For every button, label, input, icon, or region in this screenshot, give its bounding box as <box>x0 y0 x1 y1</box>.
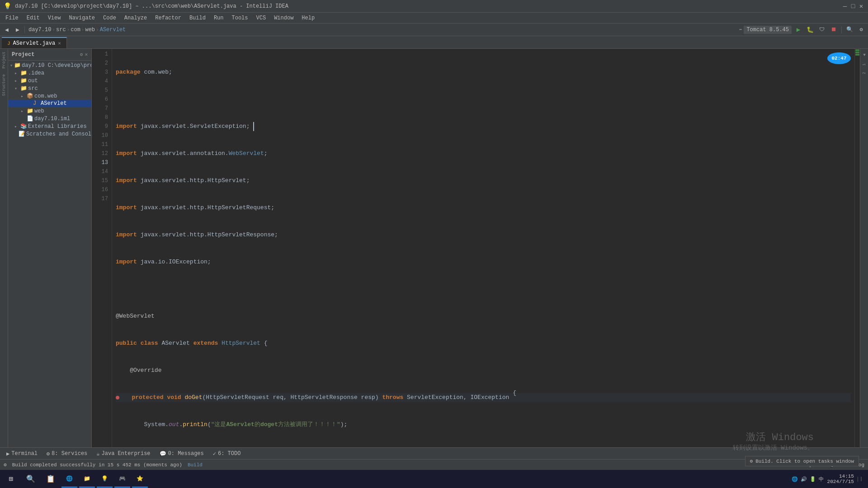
menu-refactor[interactable]: Refactor <box>151 14 185 22</box>
tree-item-aservlet[interactable]: J AServlet <box>8 100 91 107</box>
tree-item-day710[interactable]: ▾ 📁 day7.10 C:\develop\proje... <box>8 61 91 69</box>
code-line-1: package com.web; <box>116 68 851 77</box>
sidebar-close-icon[interactable]: ✕ <box>85 52 88 57</box>
breadcrumb-day710[interactable]: day7.10 <box>28 27 51 33</box>
status-left: ⚙ Build completed successfully in 15 s 4… <box>4 462 203 468</box>
tree-arrow: ▸ <box>14 78 19 84</box>
build-notification-text: Build. Click to open tasks window <box>755 459 854 464</box>
edge-button[interactable]: 🌐 <box>61 470 77 488</box>
gutter-mark-3 <box>855 54 859 56</box>
terminal-tab[interactable]: ▶ Terminal <box>2 448 42 459</box>
menu-navigate[interactable]: Navigate <box>65 14 99 22</box>
messages-tab[interactable]: 💬 0: Messages <box>155 448 208 459</box>
structure-tab[interactable]: Structure <box>1 71 7 99</box>
side-tool-notifications[interactable]: ▲ <box>861 51 868 59</box>
menu-code[interactable]: Code <box>99 14 120 22</box>
package-icon: 📦 <box>27 93 33 99</box>
line-num-2: 2 <box>95 59 108 68</box>
tree-arrow: ▸ <box>14 124 19 129</box>
explorer-button[interactable]: 📁 <box>79 470 95 488</box>
menu-view[interactable]: View <box>44 14 65 22</box>
main-area: Project Structure Project ⚙ ✕ ▾ 📁 day7.1… <box>0 49 868 447</box>
tab-aservlet[interactable]: J AServlet.java ✕ <box>2 37 67 48</box>
settings-button[interactable]: ⚙ <box>856 25 866 35</box>
other-app-1[interactable]: 🎮 <box>114 470 130 488</box>
coverage-button[interactable]: 🛡 <box>817 25 827 35</box>
build-status-text: Build completed successfully in 15 s 452… <box>12 462 182 468</box>
clock[interactable]: 14:15 2024/7/15 <box>827 474 854 484</box>
tree-item-iml[interactable]: 📄 day7.10.iml <box>8 115 91 122</box>
run-button[interactable]: ▶ <box>793 25 803 35</box>
tree-item-comweb[interactable]: ▸ 📦 com.web <box>8 92 91 100</box>
side-tool-3[interactable]: 2 <box>861 70 868 76</box>
code-line-11: public class AServlet extends HttpServle… <box>116 339 851 348</box>
run-config-name[interactable]: Tomcat 8.5.45 <box>744 26 792 34</box>
task-view-button[interactable]: 📋 <box>42 470 60 488</box>
todo-tab[interactable]: ✓ 6: TODO <box>208 448 245 459</box>
menu-window[interactable]: Window <box>270 14 297 22</box>
forward-button[interactable]: ▶ <box>13 25 23 35</box>
maximize-button[interactable]: □ <box>850 3 856 9</box>
build-notification[interactable]: ⚙ Build. Click to open tasks window <box>745 456 859 466</box>
line-num-9: 9 <box>95 122 108 131</box>
tab-icon: J <box>7 41 10 46</box>
menu-tools[interactable]: Tools <box>228 14 252 22</box>
tree-arrow <box>27 101 32 106</box>
menu-vcs[interactable]: VCS <box>253 14 270 22</box>
editor-area: 02:47 1 2 3 4 5 6 7 8 9 10 11 12 13 14 1… <box>92 49 860 447</box>
input-method[interactable]: 中 <box>819 476 824 483</box>
menu-build[interactable]: Build <box>186 14 209 22</box>
project-tab[interactable]: Project <box>1 49 7 71</box>
show-desktop-button[interactable]: | <box>858 477 863 482</box>
java-enterprise-tab[interactable]: ☕ Java Enterprise <box>92 448 155 459</box>
sidebar-gear-icon[interactable]: ⚙ <box>80 52 83 57</box>
menu-run[interactable]: Run <box>210 14 227 22</box>
toolbar: ◀ ▶ day7.10 › src › com › web › AServlet… <box>0 23 868 36</box>
tree-item-idea[interactable]: ▸ 📁 .idea <box>8 69 91 77</box>
tree-item-out[interactable]: ▸ 📁 out <box>8 77 91 84</box>
folder-icon: 📁 <box>20 77 27 84</box>
search-everywhere-button[interactable]: 🔍 <box>844 25 854 35</box>
breadcrumb-src[interactable]: src <box>56 27 66 33</box>
close-button[interactable]: ✕ <box>858 3 864 9</box>
menu-analyze[interactable]: Analyze <box>121 14 151 22</box>
project-tree: ▾ 📁 day7.10 C:\develop\proje... ▸ 📁 .ide… <box>8 61 91 447</box>
run-config: ⬅ Tomcat 8.5.45 ▶ 🐛 🛡 ⏹ 🔍 ⚙ <box>739 25 866 35</box>
back-button[interactable]: ◀ <box>2 25 12 35</box>
code-line-2 <box>116 95 851 104</box>
other-app-2[interactable]: ⭐ <box>132 470 148 488</box>
code-content[interactable]: package com.web; import javax.servlet.Se… <box>112 49 854 447</box>
app-icon-1: 🎮 <box>119 475 126 482</box>
tree-item-scratches[interactable]: 📝 Scratches and Consoles <box>8 130 91 138</box>
minimize-button[interactable]: — <box>842 3 848 9</box>
code-area[interactable]: 1 2 3 4 5 6 7 8 9 10 11 12 13 14 15 16 1… <box>92 49 860 447</box>
menu-edit[interactable]: Edit <box>23 14 43 22</box>
intellij-button[interactable]: 💡 <box>97 470 113 488</box>
line-num-4: 4 <box>95 77 108 86</box>
tree-item-web[interactable]: ▸ 📁 web <box>8 107 91 115</box>
java-file-icon: J <box>33 100 39 107</box>
right-gutter <box>854 49 860 447</box>
code-line-5: import javax.servlet.http.HttpServlet; <box>116 176 851 185</box>
tree-item-src[interactable]: ▾ 📁 src <box>8 84 91 92</box>
breadcrumb-aservlet[interactable]: AServlet <box>100 27 126 33</box>
volume-icon: 🔊 <box>801 476 807 482</box>
stop-button[interactable]: ⏹ <box>829 25 839 35</box>
services-tab[interactable]: ⚙ 8: Services <box>42 448 92 459</box>
breadcrumb-web[interactable]: web <box>85 27 95 33</box>
tab-close-button[interactable]: ✕ <box>58 40 61 46</box>
date: 2024/7/15 <box>827 479 854 484</box>
menu-help[interactable]: Help <box>298 14 318 22</box>
side-tools: ▲ 1 2 <box>860 49 868 447</box>
menu-file[interactable]: File <box>2 14 22 22</box>
build-label[interactable]: Build <box>188 462 203 468</box>
breadcrumb-com[interactable]: com <box>71 27 80 33</box>
tree-arrow: ▸ <box>14 70 19 76</box>
line-num-8: 8 <box>95 113 108 122</box>
side-tool-2[interactable]: 1 <box>861 61 868 67</box>
search-button[interactable]: 🔍 <box>22 470 40 488</box>
start-button[interactable]: ⊞ <box>2 470 20 488</box>
code-line-4: import javax.servlet.annotation.WebServl… <box>116 149 851 158</box>
tree-item-external-libs[interactable]: ▸ 📚 External Libraries <box>8 122 91 130</box>
debug-button[interactable]: 🐛 <box>805 25 815 35</box>
